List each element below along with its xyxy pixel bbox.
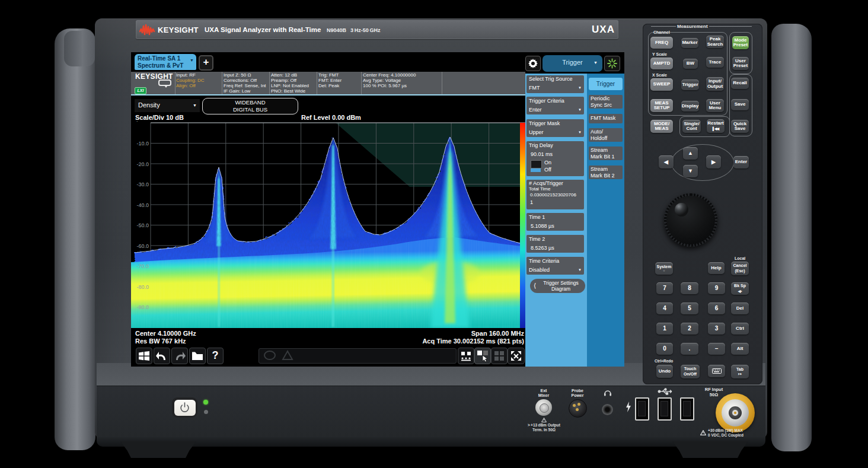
svg-text:-70.0: -70.0: [136, 263, 149, 269]
svg-text:-90.0: -90.0: [136, 304, 149, 310]
svg-text:-40.0: -40.0: [136, 202, 149, 208]
svg-text:-60.0: -60.0: [136, 243, 149, 249]
svg-text:-80.0: -80.0: [136, 284, 149, 290]
svg-text:-10.0: -10.0: [136, 141, 149, 147]
svg-text:-30.0: -30.0: [136, 182, 149, 187]
svg-text:-20.0: -20.0: [136, 161, 149, 167]
svg-text:-50.0: -50.0: [136, 222, 149, 228]
